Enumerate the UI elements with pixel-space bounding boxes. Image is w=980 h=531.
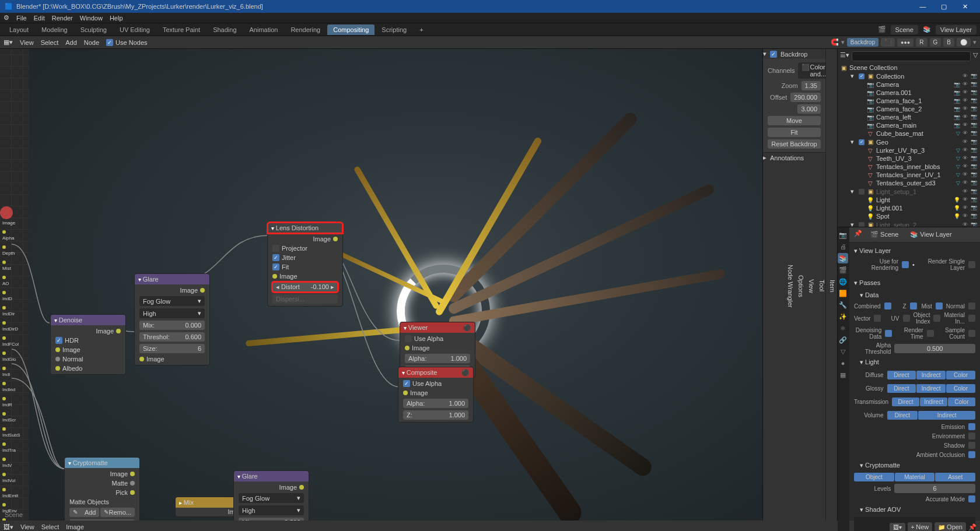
render-visibility-icon[interactable]: 📷 — [971, 147, 978, 154]
node-display-options[interactable]: ▾ — [973, 38, 977, 46]
input-socket[interactable] — [403, 391, 408, 395]
node-cryptomatte[interactable]: ▾ Cryptomatte Image Matte Pick Matte Obj… — [64, 457, 140, 521]
input-socket[interactable] — [55, 357, 60, 361]
prop-tab-particle[interactable]: ✨ — [838, 311, 848, 322]
diffuse-indirect[interactable]: Indirect — [916, 371, 946, 379]
render-visibility-icon[interactable]: 📷 — [971, 89, 978, 96]
trans-color[interactable]: Color — [948, 398, 975, 406]
node-lens-distortion[interactable]: ▾ Lens Distortion Image Projector ✓Jitte… — [267, 222, 343, 307]
input-socket[interactable] — [55, 366, 60, 371]
node-denoise[interactable]: ▾ Denoise Image ✓HDR Image Normal Albedo — [50, 314, 126, 375]
glare-quality-select[interactable]: High▾ — [239, 505, 304, 515]
checkbox[interactable] — [884, 303, 891, 310]
input-socket[interactable] — [405, 346, 410, 350]
pin-icon[interactable]: 📌 — [968, 523, 977, 531]
output-socket[interactable] — [333, 237, 338, 241]
tab-sculpting[interactable]: Sculpting — [75, 24, 113, 35]
image-selector[interactable]: 🖼▾ — [890, 523, 905, 532]
img-select[interactable]: Select — [41, 523, 60, 530]
scene-selector[interactable]: Scene — [891, 25, 918, 34]
checkbox[interactable] — [936, 303, 943, 310]
render-visibility-icon[interactable]: 📷 — [971, 122, 978, 129]
checkbox[interactable] — [903, 315, 910, 322]
checkbox[interactable] — [968, 432, 975, 439]
outliner-item[interactable]: 💡 Spot💡👁📷 — [838, 212, 980, 220]
render-visibility-icon[interactable]: 📷 — [971, 81, 978, 88]
visibility-eye-icon[interactable]: 👁 — [963, 139, 970, 146]
outliner-item[interactable]: ▽ Tentacles_outer_sd3▽👁📷 — [838, 179, 980, 187]
scene-crumb[interactable]: 🎬 Scene — [867, 230, 902, 240]
remove-button[interactable]: ✎ Remo... — [100, 508, 135, 517]
offset-x-field[interactable]: 290.000 — [790, 93, 821, 102]
render-layer-socket[interactable]: IndV — [0, 455, 12, 470]
collection-checkbox[interactable]: ✓ — [859, 139, 864, 145]
prop-tab-material[interactable]: ● — [838, 358, 848, 368]
pin-icon[interactable]: 📌 — [854, 230, 862, 240]
vol-direct[interactable]: Direct — [887, 411, 918, 420]
render-layer-socket[interactable]: IndScr — [0, 409, 12, 424]
prop-tab-output[interactable]: 🖨 — [838, 241, 848, 252]
outliner-search-input[interactable] — [852, 51, 971, 61]
node-header[interactable]: ▾ Viewer⚫ — [400, 322, 475, 333]
section-passes[interactable]: ▾ Passes — [854, 277, 975, 289]
checkbox[interactable] — [968, 303, 975, 310]
render-layer-socket[interactable]: IndTra — [0, 439, 12, 455]
render-layer-socket[interactable]: AO — [0, 273, 12, 288]
visibility-eye-icon[interactable]: 👁 — [963, 89, 970, 96]
tab-compositing[interactable]: Compositing — [327, 24, 374, 35]
checkbox[interactable]: ✓ — [403, 380, 410, 387]
visibility-eye-icon[interactable]: 👁 — [963, 114, 970, 121]
outliner-item[interactable]: 📷 Camera_face_1📷👁📷 — [838, 97, 980, 105]
visibility-eye-icon[interactable]: 👁 — [963, 171, 970, 178]
checkbox[interactable] — [933, 315, 940, 322]
output-socket[interactable] — [200, 288, 205, 293]
tab-view[interactable]: View — [807, 275, 816, 298]
node-header-highlighted[interactable]: ▾ Lens Distortion — [268, 223, 342, 233]
glare-type-select[interactable]: Fog Glow▾ — [139, 296, 205, 306]
render-visibility-icon[interactable]: 📷 — [971, 196, 978, 203]
outliner-type-icon[interactable]: ☰▾ — [840, 51, 849, 61]
outliner-item[interactable]: 📷 Camera_face_2📷👁📷 — [838, 105, 980, 113]
alpha-field[interactable]: Alpha:1.000 — [403, 399, 468, 408]
levels-field[interactable]: 6 — [894, 484, 975, 493]
prop-tab-modifier[interactable]: 🔧 — [838, 300, 848, 310]
node-header[interactable]: ▾ Cryptomatte — [65, 458, 139, 468]
channel-z[interactable]: ⚪ — [957, 38, 971, 47]
output-socket[interactable] — [130, 481, 135, 486]
visibility-eye-icon[interactable]: 👁 — [963, 147, 970, 154]
visibility-eye-icon[interactable]: 👁 — [963, 97, 970, 104]
outliner-item[interactable]: 💡 Light💡👁📷 — [838, 196, 980, 204]
checkbox[interactable] — [968, 495, 975, 502]
tab-modeling[interactable]: Modeling — [36, 24, 74, 35]
use-nodes-toggle[interactable]: ✓ Use Nodes — [106, 39, 147, 46]
glossy-indirect[interactable]: Indirect — [916, 384, 946, 393]
menu-window[interactable]: Window — [80, 15, 103, 22]
render-layer-socket[interactable]: IndR — [0, 394, 12, 409]
checkbox[interactable] — [272, 245, 279, 252]
editor-type-icon[interactable]: ▦▾ — [4, 38, 13, 46]
visibility-eye-icon[interactable]: 👁 — [963, 196, 970, 203]
img-view[interactable]: View — [20, 523, 34, 530]
section-light[interactable]: ▾ Light — [854, 356, 975, 368]
node-header[interactable]: ▾ Glare — [234, 471, 309, 481]
tab-texture-paint[interactable]: Texture Paint — [157, 24, 206, 35]
render-layer-socket[interactable]: IndVol — [0, 470, 12, 485]
visibility-eye-icon[interactable]: 👁 — [963, 205, 970, 212]
viewlayer-crumb[interactable]: 📚 View Layer — [907, 230, 955, 240]
backdrop-section-header[interactable]: ▾ ✓ Backdrop — [763, 49, 825, 59]
prop-tab-render[interactable]: 📷 — [838, 230, 848, 240]
render-layer-socket[interactable]: IndFCol — [0, 333, 12, 349]
checkbox[interactable] — [405, 335, 412, 342]
dispersion-field[interactable]: Dispersi... — [272, 294, 338, 304]
visibility-eye-icon[interactable]: 👁 — [963, 163, 970, 170]
tab-scripting[interactable]: Scripting — [376, 24, 412, 35]
window-maximize-button[interactable]: ▢ — [933, 0, 954, 13]
crypto-material[interactable]: Material — [895, 473, 935, 481]
node-glare-2[interactable]: ▾ Glare Image Fog Glow▾ High▾ Mix:0.500 — [233, 470, 309, 521]
glossy-color[interactable]: Color — [946, 384, 975, 393]
vol-indirect[interactable]: Indirect — [918, 411, 975, 420]
node-composite[interactable]: ▾ Composite⚫ ✓Use Alpha Image Alpha:1.00… — [398, 367, 474, 423]
tab-node-wrangler[interactable]: Node Wrangler — [786, 260, 795, 312]
render-visibility-icon[interactable]: 📷 — [971, 163, 978, 170]
mix-field[interactable]: Mix:0.500 — [239, 518, 304, 521]
